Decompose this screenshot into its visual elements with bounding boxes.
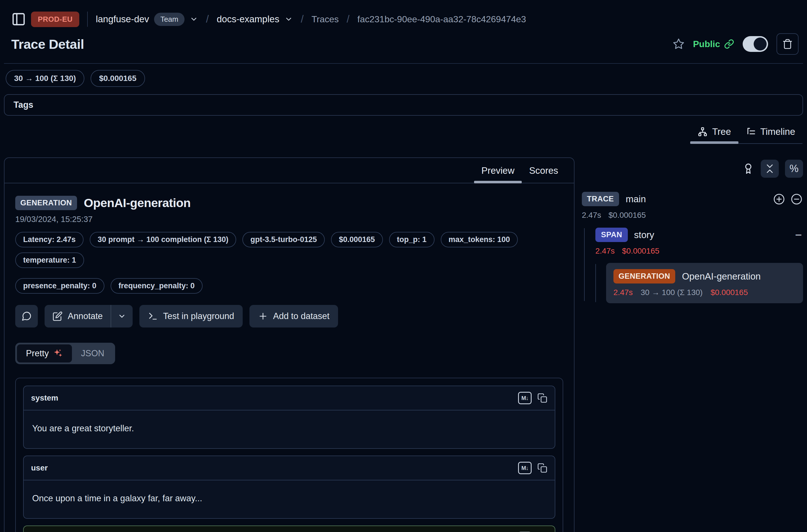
trace-metrics: 2.47s $0.000165 <box>582 211 803 220</box>
tab-timeline-label: Timeline <box>761 126 795 137</box>
annotate-label: Annotate <box>68 311 103 321</box>
span-metrics: 2.47s $0.000165 <box>595 247 803 255</box>
star-icon <box>673 38 684 50</box>
terminal-icon <box>148 311 158 321</box>
tags-section[interactable]: Tags <box>4 94 803 116</box>
generation-name: OpenAI-generation <box>682 271 761 282</box>
generation-metrics: 2.47s 30 → 100 (Σ 130) $0.000165 <box>614 288 796 297</box>
breadcrumb-trace-id: fac231bc-90ee-490a-aa32-78c4269474e3 <box>357 14 526 24</box>
copy-button[interactable] <box>537 393 547 403</box>
token-usage-badge: 30 → 100 (Σ 130) <box>6 70 85 87</box>
observation-title: OpenAI-generation <box>84 196 191 210</box>
actions-row: Annotate Test in playgroun <box>15 305 563 327</box>
message-role: user <box>31 463 48 473</box>
test-in-playground-button[interactable]: Test in playground <box>139 305 243 327</box>
message-assistant: assistant M↓ There ex <box>23 526 555 532</box>
tree-icon <box>697 127 708 137</box>
latency-badge: Latency: 2.47s <box>15 232 83 247</box>
max-tokens-badge: max_tokens: 100 <box>441 232 518 247</box>
tree-connector-line <box>584 228 585 301</box>
minus-circle-icon <box>790 193 803 206</box>
generation-type-badge: GENERATION <box>614 269 675 284</box>
model-badge: gpt-3.5-turbo-0125 <box>242 232 325 247</box>
tab-timeline[interactable]: Timeline <box>738 123 803 143</box>
link-icon <box>724 39 734 49</box>
breadcrumb-traces[interactable]: Traces <box>312 14 339 24</box>
markdown-toggle-icon[interactable]: M↓ <box>518 392 531 404</box>
tree-node-span[interactable]: SPAN story − <box>595 228 803 242</box>
copy-button[interactable] <box>537 463 547 473</box>
observation-card: Preview Scores GENERATION OpenAI-generat… <box>4 157 575 532</box>
metrics-percent-button[interactable]: % <box>785 160 803 178</box>
panel-left-icon <box>11 12 26 26</box>
span-cost: $0.000165 <box>622 247 659 255</box>
tab-tree[interactable]: Tree <box>690 123 738 143</box>
timeline-icon <box>746 127 756 137</box>
trace-latency: 2.47s <box>582 211 601 220</box>
annotate-button[interactable]: Annotate <box>44 305 111 327</box>
json-toggle[interactable]: JSON <box>72 344 113 362</box>
expand-all-button[interactable] <box>773 193 786 206</box>
collapse-vertical-icon <box>765 164 775 174</box>
sidebar-toggle-button[interactable] <box>11 12 26 26</box>
breadcrumb-project[interactable]: docs-examples <box>217 14 279 24</box>
observation-type-badge: GENERATION <box>15 196 77 210</box>
trace-children: SPAN story − 2.47s $0.000165 GENERATION … <box>582 228 803 303</box>
span-children: GENERATION OpenAI-generation 2.47s 30 → … <box>595 263 803 303</box>
observation-body: GENERATION OpenAI-generation 19/03/2024,… <box>4 196 574 532</box>
span-type-badge: SPAN <box>595 228 628 242</box>
tree-node-trace[interactable]: TRACE main <box>582 192 803 206</box>
message-header: assistant M↓ <box>24 526 555 532</box>
markdown-toggle-icon[interactable]: M↓ <box>518 462 531 474</box>
tree-node-generation-selected[interactable]: GENERATION OpenAI-generation 2.47s 30 → … <box>606 263 803 303</box>
add-to-dataset-button[interactable]: Add to dataset <box>249 305 338 327</box>
chevron-down-icon <box>118 312 126 320</box>
tags-label: Tags <box>14 100 33 110</box>
breadcrumb-org[interactable]: langfuse-dev <box>96 14 149 24</box>
messages-container: system M↓ You are a great storytelle <box>15 378 563 532</box>
tree-zoom-controls <box>773 193 803 206</box>
trace-cost: $0.000165 <box>608 211 646 220</box>
plus-circle-icon <box>773 193 786 206</box>
collapse-trace-button[interactable] <box>790 193 803 206</box>
token-usage-badge: 30 prompt → 100 completion (Σ 130) <box>90 232 236 247</box>
divider <box>87 12 88 27</box>
content: Preview Scores GENERATION OpenAI-generat… <box>4 157 803 532</box>
delete-trace-button[interactable] <box>776 33 799 55</box>
message-content: You are a great storyteller. <box>24 411 555 448</box>
tab-preview[interactable]: Preview <box>474 158 522 183</box>
bookmark-star-button[interactable] <box>673 38 684 50</box>
collapse-span-button[interactable]: − <box>795 229 802 241</box>
add-to-dataset-label: Add to dataset <box>273 311 330 321</box>
public-toggle[interactable] <box>743 36 768 52</box>
public-link[interactable]: Public <box>693 39 734 49</box>
message-tools: M↓ <box>518 462 547 474</box>
message-header: user M↓ <box>24 456 555 480</box>
public-label: Public <box>693 39 720 49</box>
message-role: system <box>31 394 58 402</box>
generation-tokens: 30 → 100 (Σ 130) <box>641 288 703 297</box>
collapse-all-button[interactable] <box>761 160 779 178</box>
environment-badge: PROD-EU <box>31 12 79 27</box>
edit-icon <box>53 311 63 321</box>
tab-tree-label: Tree <box>712 126 731 137</box>
generation-row: GENERATION OpenAI-generation <box>614 269 796 284</box>
breadcrumb: PROD-EU langfuse-dev Team / docs-example… <box>4 0 803 29</box>
scores-award-button[interactable] <box>742 163 754 175</box>
annotate-dropdown-button[interactable] <box>111 305 133 327</box>
generation-latency: 2.47s <box>614 288 633 297</box>
comment-button[interactable] <box>15 305 38 327</box>
breadcrumb-separator: / <box>301 13 304 25</box>
chevron-down-icon[interactable] <box>284 15 293 23</box>
org-plan-badge: Team <box>154 13 185 26</box>
copy-icon <box>537 463 547 473</box>
chevron-down-icon[interactable] <box>190 15 198 23</box>
trace-tree-panel: % TRACE main <box>582 157 803 303</box>
pretty-toggle[interactable]: Pretty <box>17 344 72 362</box>
playground-label: Test in playground <box>163 311 234 321</box>
tab-scores[interactable]: Scores <box>522 158 565 183</box>
trace-name: main <box>626 194 646 205</box>
view-tabs-row: Tree Timeline <box>4 123 803 144</box>
observation-badges: Latency: 2.47s 30 prompt → 100 completio… <box>15 232 563 293</box>
trace-detail-page: PROD-EU langfuse-dev Team / docs-example… <box>0 0 807 532</box>
